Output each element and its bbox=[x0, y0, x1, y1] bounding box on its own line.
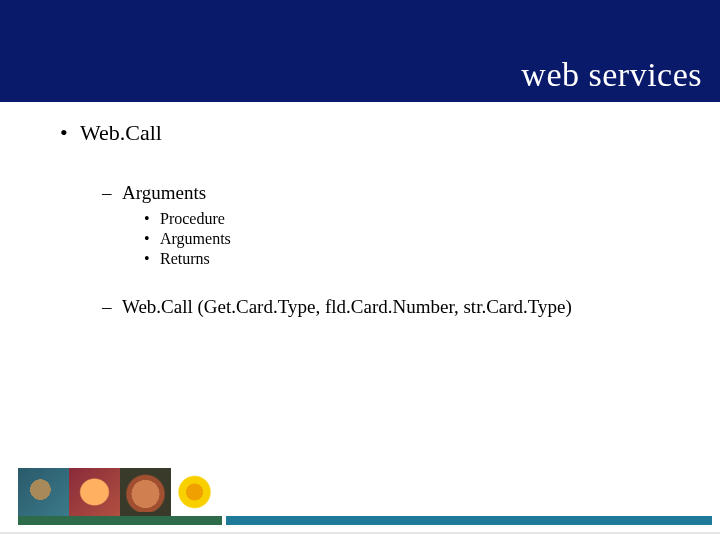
bullet-webcall: Web.Call Arguments Procedure Arguments R… bbox=[60, 120, 720, 318]
bullet-arguments: Arguments Procedure Arguments Returns bbox=[102, 182, 720, 268]
footer-thumb-4 bbox=[171, 468, 222, 516]
footer-image-strip bbox=[18, 468, 222, 516]
bullet-example-call-text: Web.Call (Get.Card.Type, fld.Card.Number… bbox=[122, 296, 572, 317]
footer-divider bbox=[0, 532, 720, 534]
bullet-arg-returns: Returns bbox=[144, 250, 720, 268]
bullet-arg-procedure: Procedure bbox=[144, 210, 720, 228]
bullet-webcall-label: Web.Call bbox=[80, 120, 162, 145]
bullet-example-call: Web.Call (Get.Card.Type, fld.Card.Number… bbox=[102, 296, 720, 318]
bullet-arguments-label: Arguments bbox=[122, 182, 206, 203]
footer-thumb-3 bbox=[120, 468, 171, 516]
slide-content: Web.Call Arguments Procedure Arguments R… bbox=[0, 120, 720, 354]
footer-bar-row bbox=[18, 516, 712, 525]
footer-thumb-2 bbox=[69, 468, 120, 516]
footer-bar-teal bbox=[226, 516, 712, 525]
title-band: web services bbox=[0, 0, 720, 102]
bullet-arg-arguments: Arguments bbox=[144, 230, 720, 248]
slide-title: web services bbox=[521, 56, 702, 94]
footer-bar-green bbox=[18, 516, 222, 525]
footer-thumb-1 bbox=[18, 468, 69, 516]
